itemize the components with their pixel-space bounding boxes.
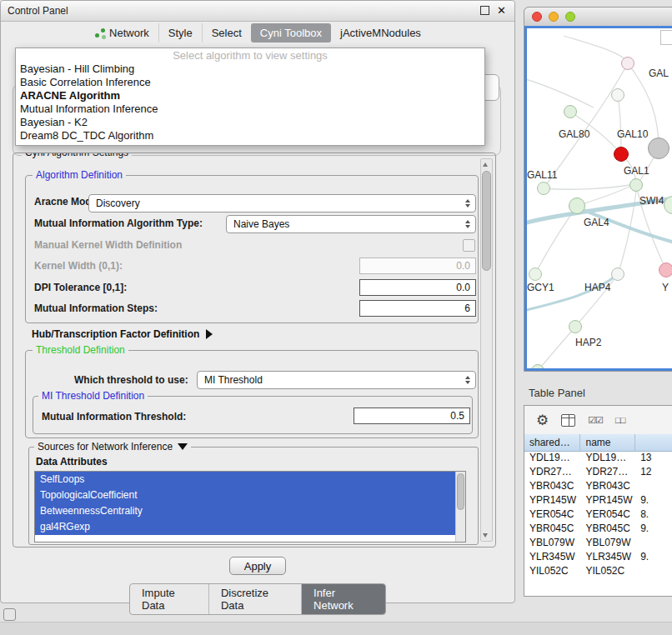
table-row[interactable]: YBR045CYBR045C9. <box>524 522 672 536</box>
algorithm-option[interactable]: Bayesian - Hill Climbing <box>16 62 484 76</box>
close-traffic-light-icon[interactable] <box>532 12 542 22</box>
float-window-icon[interactable] <box>480 6 489 15</box>
which-threshold-combo[interactable]: MI Threshold <box>197 371 476 389</box>
table-cell: YDR27… <box>524 465 580 479</box>
hub-definition-toggle[interactable]: Hub/Transcription Factor Definition <box>32 328 213 340</box>
network-window-titlebar[interactable] <box>524 8 672 27</box>
minimize-traffic-light-icon[interactable] <box>549 12 559 22</box>
aracne-mode-combo[interactable]: Discovery <box>88 194 476 212</box>
table-cell: 9. <box>635 550 672 564</box>
manual-kernel-label: Manual Kernel Width Definition <box>34 239 182 251</box>
algorithm-option[interactable]: Basic Correlation Inference <box>16 76 484 89</box>
algorithm-option[interactable]: Bayesian - K2 <box>16 116 484 129</box>
table-toolbar: ⚙ ☑☑ □□ <box>524 406 672 435</box>
tab-cyni-toolbox[interactable]: Cyni Toolbox <box>251 23 331 42</box>
table-row[interactable]: YBL079WYBL079W <box>524 536 672 550</box>
apply-button[interactable]: Apply <box>229 557 286 575</box>
table-row[interactable]: YER054CYER054C8. <box>524 508 672 522</box>
columns-icon[interactable] <box>561 414 575 427</box>
scroll-up-icon[interactable] <box>483 162 488 167</box>
deselect-all-icon[interactable]: □□ <box>615 415 624 425</box>
tab-label: Style <box>168 27 193 39</box>
table-row[interactable]: YDL19…YDL19…13 <box>524 451 672 465</box>
dpi-tolerance-value: 0.0 <box>456 282 470 293</box>
network-node[interactable] <box>569 198 585 214</box>
algorithm-dropdown-placeholder: Select algorithm to view settings <box>16 48 484 62</box>
mi-type-combo[interactable]: Naive Bayes <box>226 215 476 233</box>
attribute-item[interactable]: SelfLoops <box>35 472 456 488</box>
control-panel-titlebar[interactable]: Control Panel ✕ <box>1 1 514 22</box>
network-node[interactable] <box>537 182 550 195</box>
tab-network[interactable]: Network <box>85 23 158 42</box>
algorithm-option[interactable]: Dream8 DC_TDC Algorithm <box>16 129 484 142</box>
network-window: GALGAL80GAL10GAL11GAL1SWI4GAL4GCY1HAP4YH… <box>524 7 672 372</box>
network-node[interactable] <box>529 268 542 281</box>
select-all-icon[interactable]: ☑☑ <box>588 415 603 426</box>
algorithm-definition-title: Algorithm Definition <box>33 169 126 181</box>
scroll-down-icon[interactable] <box>483 533 488 538</box>
tab-select[interactable]: Select <box>202 23 251 42</box>
aracne-mode-value: Discovery <box>96 198 140 209</box>
kernel-width-field[interactable]: 0.0 <box>359 258 476 274</box>
settings-scrollbar[interactable] <box>480 158 493 542</box>
sources-toggle[interactable]: Sources for Network Inference <box>34 441 191 452</box>
network-canvas[interactable]: GALGAL80GAL10GAL11GAL1SWI4GAL4GCY1HAP4YH… <box>524 26 672 371</box>
network-node[interactable] <box>611 268 624 281</box>
tab-label: Select <box>212 27 242 39</box>
dock-icon[interactable] <box>3 608 16 621</box>
network-node[interactable] <box>659 262 672 278</box>
network-node[interactable] <box>614 147 629 162</box>
scrollbar-arrow-box[interactable] <box>660 30 672 45</box>
algorithm-option[interactable]: Mutual Information Inference <box>16 102 484 116</box>
network-node[interactable] <box>569 320 582 333</box>
table-row[interactable]: YPR145WYPR145W9. <box>524 493 672 508</box>
table-row[interactable]: YDR27…YDR27…12 <box>524 465 672 479</box>
node-label: GAL1 <box>624 165 649 177</box>
node-label: Y <box>662 282 669 293</box>
network-node[interactable] <box>564 105 577 118</box>
kernel-width-label: Kernel Width (0,1): <box>34 260 123 272</box>
list-scrollbar[interactable] <box>455 472 465 542</box>
table-body: YDL19…YDL19…13YDR27…YDR27…12YBR043CYBR04… <box>524 451 672 596</box>
combo-stepper-icon <box>465 199 470 208</box>
network-node[interactable] <box>611 88 624 102</box>
node-label: GAL80 <box>559 128 589 140</box>
network-node[interactable] <box>621 57 634 70</box>
network-node[interactable] <box>629 178 643 192</box>
algorithm-option[interactable]: ARACNE Algorithm <box>16 89 484 102</box>
table-row[interactable]: YBR043CYBR043C <box>524 479 672 493</box>
data-attributes-list[interactable]: SelfLoopsTopologicalCoefficientBetweenne… <box>34 471 466 542</box>
close-icon[interactable]: ✕ <box>497 5 506 16</box>
bottom-tab-infer-network[interactable]: Infer Network <box>301 584 385 614</box>
column-header[interactable]: shared… <box>524 434 580 451</box>
bottom-tab-discretize-data[interactable]: Discretize Data <box>208 584 301 614</box>
table-cell: YBR045C <box>580 522 635 536</box>
scrollbar-thumb[interactable] <box>482 171 491 271</box>
manual-kernel-checkbox[interactable] <box>463 239 475 252</box>
table-cell: YLR345W <box>524 550 580 564</box>
table-row[interactable]: YLR345WYLR345W9. <box>524 550 672 564</box>
mi-threshold-field[interactable]: 0.5 <box>354 408 470 424</box>
tab-jactivemnodules[interactable]: jActiveMNodules <box>331 23 430 42</box>
gear-icon[interactable]: ⚙ <box>536 413 549 428</box>
combo-stepper-icon <box>465 220 470 228</box>
dpi-tolerance-field[interactable]: 0.0 <box>359 279 476 296</box>
table-cell: YBL079W <box>580 536 635 550</box>
attribute-item[interactable]: BetweennessCentrality <box>35 503 456 519</box>
table-cell: YBL079W <box>524 536 580 550</box>
table-header: shared…name <box>524 434 672 452</box>
sources-group: Sources for Network Inference Data Attri… <box>28 447 479 545</box>
tab-style[interactable]: Style <box>158 23 202 42</box>
table-cell: YBR045C <box>524 522 580 536</box>
attribute-item[interactable]: TopologicalCoefficient <box>35 488 456 503</box>
column-header[interactable] <box>635 434 672 451</box>
hub-definition-label: Hub/Transcription Factor Definition <box>32 328 199 340</box>
bottom-tab-impute-data[interactable]: Impute Data <box>130 584 208 614</box>
attribute-item[interactable]: gal4RGexp <box>35 519 456 535</box>
mi-steps-field[interactable]: 6 <box>359 300 476 317</box>
column-header[interactable]: name <box>580 434 635 451</box>
table-row[interactable]: YIL052CYIL052C <box>524 564 672 578</box>
table-cell <box>635 536 672 550</box>
network-node[interactable] <box>648 138 669 159</box>
zoom-traffic-light-icon[interactable] <box>565 12 575 22</box>
